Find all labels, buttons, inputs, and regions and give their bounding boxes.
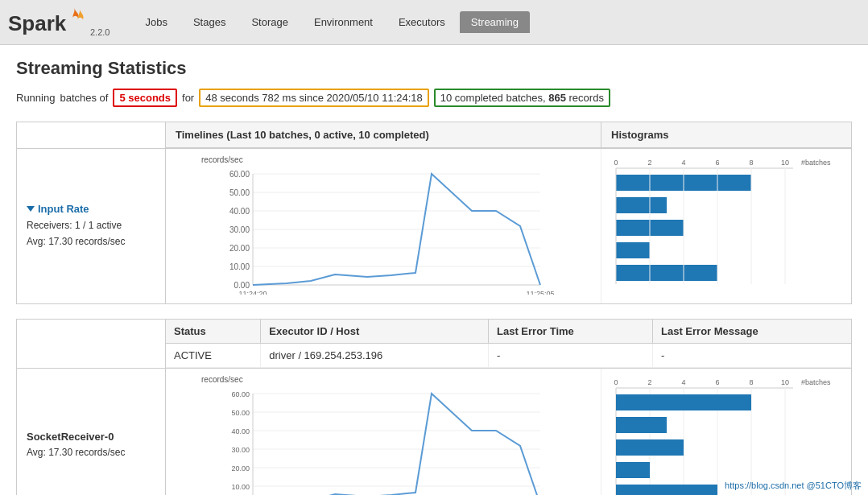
svg-text:10: 10 xyxy=(781,159,789,167)
timeline-chart: records/sec 60.00 50.00 40.00 30.00 20.0… xyxy=(166,149,601,303)
svg-text:50.00: 50.00 xyxy=(231,409,250,417)
page-title: Streaming Statistics xyxy=(16,58,852,79)
svg-text:0: 0 xyxy=(614,378,618,386)
input-rate-sub: Receivers: 1 / 1 active Avg: 17.30 recor… xyxy=(27,218,155,249)
status-for-label: for xyxy=(182,92,194,104)
nav-storage[interactable]: Storage xyxy=(240,11,300,33)
svg-text:6: 6 xyxy=(715,378,719,386)
svg-rect-69 xyxy=(616,417,667,433)
input-rate-left xyxy=(17,122,166,148)
svg-text:60.00: 60.00 xyxy=(231,390,250,398)
histogram-svg: 0 2 4 6 8 10 #batches xyxy=(608,155,833,292)
input-rate-section: Timelines (Last 10 batches, 0 active, 10… xyxy=(16,122,852,304)
svg-text:8: 8 xyxy=(749,378,753,386)
input-rate-label: Input Rate xyxy=(27,203,155,215)
completed-suffix: records xyxy=(566,92,604,104)
receiver-section: Status Executor ID / Host Last Error Tim… xyxy=(16,319,852,495)
svg-text:11:24:20: 11:24:20 xyxy=(238,290,267,295)
svg-text:4: 4 xyxy=(681,159,685,167)
status-batch-label: batches of xyxy=(60,92,108,104)
receiver-table-row: ACTIVE driver / 169.254.253.196 - - xyxy=(166,344,851,368)
svg-text:6: 6 xyxy=(715,159,719,167)
socket-receiver-avg: Avg: 17.30 records/sec xyxy=(27,445,155,460)
svg-text:10: 10 xyxy=(781,378,789,386)
timelines-main-header: Timelines (Last 10 batches, 0 active, 10… xyxy=(166,122,851,148)
spark-logo: Spark xyxy=(8,6,89,39)
col-error-time: Last Error Time xyxy=(489,320,653,344)
socket-histogram-chart: 0 2 4 6 8 10 #batches xyxy=(601,369,851,495)
svg-text:60.00: 60.00 xyxy=(229,170,250,179)
col-executor: Executor ID / Host xyxy=(261,320,489,344)
svg-rect-72 xyxy=(616,485,717,495)
receiver-error-msg: - xyxy=(653,344,851,368)
svg-rect-27 xyxy=(616,197,667,213)
main-content: Streaming Statistics Running batches of … xyxy=(0,45,868,495)
receiver-error-time: - xyxy=(489,344,653,368)
timelines-header-row: Timelines (Last 10 batches, 0 active, 10… xyxy=(17,122,851,148)
socket-receiver-name: SocketReceiver-0 xyxy=(27,431,155,443)
svg-text:2: 2 xyxy=(647,159,651,167)
avg-text: Avg: 17.30 records/sec xyxy=(27,234,155,250)
socket-receiver-left xyxy=(17,320,166,368)
receivers-text: Receivers: 1 / 1 active xyxy=(27,218,155,233)
receiver-table-main: Status Executor ID / Host Last Error Tim… xyxy=(166,320,851,368)
svg-rect-71 xyxy=(616,462,650,478)
svg-rect-30 xyxy=(616,265,717,281)
svg-text:2: 2 xyxy=(647,378,651,386)
nav-jobs[interactable]: Jobs xyxy=(134,11,178,33)
svg-text:0: 0 xyxy=(614,159,618,167)
socket-charts: records/sec 60.00 50.00 40.00 30.00 20.0… xyxy=(166,369,851,495)
receiver-table-header-row: Status Executor ID / Host Last Error Tim… xyxy=(166,320,851,344)
receiver-status: ACTIVE xyxy=(166,344,261,368)
navbar: Spark 2.2.0 Jobs Stages Storage Environm… xyxy=(0,0,868,45)
receiver-executor: driver / 169.254.253.196 xyxy=(261,344,489,368)
nav-links: Jobs Stages Storage Environment Executor… xyxy=(134,11,860,33)
input-rate-charts: records/sec 60.00 50.00 40.00 30.00 20.0… xyxy=(166,149,851,303)
svg-text:10.00: 10.00 xyxy=(229,262,250,271)
socket-y-axis-label: records/sec xyxy=(201,375,594,384)
watermark: https://blog.csdn.net @51CTO博客 xyxy=(725,480,862,492)
completed-bold: 865 xyxy=(548,92,566,104)
y-axis-label: records/sec xyxy=(201,155,594,164)
svg-rect-68 xyxy=(616,394,751,410)
nav-streaming[interactable]: Streaming xyxy=(460,11,530,33)
svg-text:20.00: 20.00 xyxy=(229,244,250,253)
histograms-header-label: Histograms xyxy=(601,122,851,147)
nav-executors[interactable]: Executors xyxy=(387,11,457,33)
svg-text:30.00: 30.00 xyxy=(229,225,250,234)
timeline-svg: 60.00 50.00 40.00 30.00 20.00 10.00 0.00 xyxy=(172,166,594,295)
receiver-table: Status Executor ID / Host Last Error Tim… xyxy=(166,320,851,368)
input-rate-info: Input Rate Receivers: 1 / 1 active Avg: … xyxy=(17,149,166,303)
spark-version: 2.2.0 xyxy=(90,27,110,37)
elapsed-badge: 48 seconds 782 ms since 2020/05/10 11:24… xyxy=(199,89,429,107)
triangle-down-icon xyxy=(27,206,35,212)
batch-interval-badge: 5 seconds xyxy=(113,89,177,107)
svg-text:Spark: Spark xyxy=(8,11,67,35)
nav-stages[interactable]: Stages xyxy=(182,11,237,33)
status-running-text: Running xyxy=(16,92,55,104)
svg-rect-29 xyxy=(616,242,650,258)
histogram-chart: 0 2 4 6 8 10 #batches xyxy=(601,149,851,303)
socket-timeline-svg: 60.00 50.00 40.00 30.00 20.00 10.00 0.00 xyxy=(172,386,594,495)
status-bar: Running batches of 5 seconds for 48 seco… xyxy=(16,89,852,107)
timelines-header-label: Timelines (Last 10 batches, 0 active, 10… xyxy=(166,122,601,147)
charts-container: records/sec 60.00 50.00 40.00 30.00 20.0… xyxy=(166,149,851,303)
col-error-msg: Last Error Message xyxy=(653,320,851,344)
svg-text:4: 4 xyxy=(681,378,685,386)
socket-receiver-charts-row: SocketReceiver-0 Avg: 17.30 records/sec … xyxy=(17,368,851,495)
svg-text:0.00: 0.00 xyxy=(234,281,250,290)
brand: Spark 2.2.0 xyxy=(8,6,110,39)
input-rate-text[interactable]: Input Rate xyxy=(38,203,89,215)
socket-receiver-info: SocketReceiver-0 Avg: 17.30 records/sec xyxy=(17,369,166,495)
completed-text: 10 completed batches, xyxy=(440,92,548,104)
svg-text:8: 8 xyxy=(749,159,753,167)
svg-text:50.00: 50.00 xyxy=(229,188,250,197)
socket-timeline-chart: records/sec 60.00 50.00 40.00 30.00 20.0… xyxy=(166,369,601,495)
svg-text:40.00: 40.00 xyxy=(231,427,250,435)
elapsed-text: 48 seconds 782 ms since 2020/05/10 11:24… xyxy=(205,92,423,104)
svg-text:20.00: 20.00 xyxy=(231,464,250,472)
nav-environment[interactable]: Environment xyxy=(303,11,384,33)
socket-charts-container: records/sec 60.00 50.00 40.00 30.00 20.0… xyxy=(166,369,851,495)
socket-histogram-svg: 0 2 4 6 8 10 #batches xyxy=(608,375,833,495)
svg-text:40.00: 40.00 xyxy=(229,207,250,216)
